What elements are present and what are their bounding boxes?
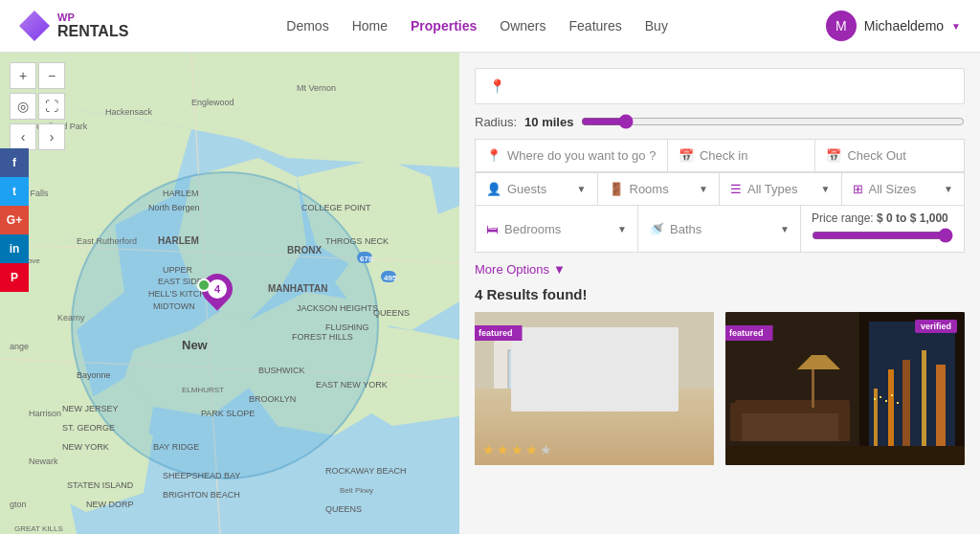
nav-features[interactable]: Features <box>569 18 622 33</box>
facebook-button[interactable]: f <box>0 148 29 177</box>
svg-text:ST. GEORGE: ST. GEORGE <box>62 423 115 433</box>
map-background: Woodland Park Hackensack Englewood Mt Ve… <box>0 53 459 534</box>
svg-text:BRONX: BRONX <box>287 245 322 256</box>
svg-rect-75 <box>922 350 926 446</box>
radius-label: Radius: <box>475 115 517 129</box>
svg-rect-58 <box>494 341 647 422</box>
svg-text:PARK SLOPE: PARK SLOPE <box>201 409 255 418</box>
featured-badge-1: featured <box>475 325 523 341</box>
zoom-out-button[interactable]: − <box>38 62 65 89</box>
svg-rect-85 <box>838 403 850 441</box>
svg-text:STATEN ISLAND: STATEN ISLAND <box>67 480 134 490</box>
linkedin-button[interactable]: in <box>0 234 29 263</box>
search-row-1: 📍 Where do you want to go ? 📅 Check in 📅… <box>476 140 964 172</box>
bedrooms-label: Bedrooms <box>504 222 612 236</box>
star-4: ★ <box>525 442 538 457</box>
svg-text:Hackensack: Hackensack <box>105 107 153 117</box>
main-content: Woodland Park Hackensack Englewood Mt Ve… <box>0 53 980 534</box>
svg-rect-81 <box>897 402 899 404</box>
nav-properties[interactable]: Properties <box>411 18 477 33</box>
price-range-slider[interactable] <box>812 228 953 243</box>
baths-field[interactable]: 🚿 Baths ▼ <box>638 206 801 252</box>
all-types-field[interactable]: ☰ All Types ▼ <box>720 173 842 205</box>
radius-value: 10 miles <box>524 115 573 129</box>
logo-wp: WP <box>57 11 128 23</box>
svg-rect-79 <box>885 400 887 402</box>
svg-text:BROOKLYN: BROOKLYN <box>249 394 296 404</box>
all-types-label: All Types <box>747 182 815 196</box>
svg-rect-66 <box>590 427 594 438</box>
baths-icon: 🚿 <box>649 222 664 236</box>
all-sizes-field[interactable]: ⊞ All Sizes ▼ <box>842 173 965 205</box>
svg-rect-59 <box>508 350 546 403</box>
user-name: Michaeldemo <box>864 18 944 33</box>
rooms-arrow-icon: ▼ <box>699 184 708 194</box>
svg-rect-83 <box>735 400 850 413</box>
svg-text:NEW JERSEY: NEW JERSEY <box>62 404 119 413</box>
svg-text:BRIGHTON BEACH: BRIGHTON BEACH <box>163 490 240 500</box>
location-pin-icon: 📍 <box>486 148 501 163</box>
svg-rect-61 <box>604 350 637 403</box>
more-options-chevron-icon: ▼ <box>553 262 566 277</box>
logo-diamond-icon <box>19 11 50 41</box>
more-options-label: More Options <box>475 262 549 277</box>
svg-rect-74 <box>902 360 910 446</box>
svg-rect-67 <box>637 352 666 373</box>
svg-rect-65 <box>556 427 561 438</box>
user-area[interactable]: M Michaeldemo ▼ <box>826 11 961 41</box>
next-button[interactable]: › <box>38 123 65 150</box>
right-panel: 📍 New York, NY, USA Radius: 10 miles 📍 W… <box>459 53 980 534</box>
svg-text:MANHATTAN: MANHATTAN <box>268 283 327 294</box>
svg-text:FOREST HILLS: FOREST HILLS <box>292 332 353 342</box>
location-icon-button[interactable]: ◎ <box>10 93 36 120</box>
bedrooms-field[interactable]: 🛏 Bedrooms ▼ <box>476 206 638 252</box>
nav-owners[interactable]: Owners <box>500 18 546 33</box>
rooms-label: Rooms <box>630 182 694 196</box>
header: WP RENTALS Demos Home Properties Owners … <box>0 0 980 53</box>
svg-text:gton: gton <box>10 500 27 509</box>
svg-text:COLLEGE POINT: COLLEGE POINT <box>301 203 371 212</box>
svg-text:QUEENS: QUEENS <box>373 308 410 318</box>
featured-badge-2: featured <box>725 325 773 341</box>
logo[interactable]: WP RENTALS <box>19 11 128 41</box>
svg-rect-80 <box>891 394 893 396</box>
radius-slider[interactable] <box>581 114 965 129</box>
twitter-button[interactable]: t <box>0 177 29 206</box>
location-input[interactable]: New York, NY, USA <box>513 78 950 94</box>
nav-home[interactable]: Home <box>352 18 388 33</box>
prev-button[interactable]: ‹ <box>10 123 36 150</box>
where-field[interactable]: 📍 Where do you want to go ? <box>476 140 668 171</box>
guests-arrow-icon: ▼ <box>577 184 587 194</box>
svg-rect-63 <box>513 393 609 403</box>
verified-badge-2: verified <box>915 320 957 333</box>
search-row-2: 👤 Guests ▼ 🚪 Rooms ▼ ☰ All Types ▼ ⊞ All… <box>476 172 964 205</box>
property-card-1[interactable]: featured ★ ★ ★ ★ ★ <box>475 312 714 465</box>
svg-text:North Bergen: North Bergen <box>148 203 200 212</box>
rooms-field[interactable]: 🚪 Rooms ▼ <box>598 173 721 205</box>
zoom-in-button[interactable]: + <box>10 62 36 89</box>
google-plus-button[interactable]: G+ <box>0 206 29 234</box>
nav-demos[interactable]: Demos <box>286 18 328 33</box>
pinterest-button[interactable]: P <box>0 263 29 292</box>
nav-buy[interactable]: Buy <box>645 18 668 33</box>
svg-text:ELMHURST: ELMHURST <box>182 386 224 394</box>
svg-text:ange: ange <box>10 342 29 351</box>
svg-rect-60 <box>556 350 594 403</box>
checkout-field[interactable]: 📅 Check Out <box>815 140 964 171</box>
svg-text:Englewood: Englewood <box>191 98 234 107</box>
main-nav: Demos Home Properties Owners Features Bu… <box>286 18 668 33</box>
svg-text:BAY RIDGE: BAY RIDGE <box>153 442 199 452</box>
guests-label: Guests <box>507 182 571 196</box>
results-count: 4 Results found! <box>475 286 965 302</box>
svg-text:THROGS NECK: THROGS NECK <box>325 236 389 246</box>
property-card-2[interactable]: featured verified <box>725 312 965 465</box>
svg-text:ROCKAWAY BEACH: ROCKAWAY BEACH <box>325 466 407 476</box>
location-search-bar: 📍 New York, NY, USA <box>475 68 965 104</box>
fullscreen-button[interactable]: ⛶ <box>38 93 65 120</box>
checkin-field[interactable]: 📅 Check in <box>668 140 816 171</box>
more-options-toggle[interactable]: More Options ▼ <box>475 262 965 277</box>
svg-text:NEW DORP: NEW DORP <box>86 500 134 509</box>
user-dropdown-arrow-icon[interactable]: ▼ <box>951 21 961 32</box>
baths-arrow-icon: ▼ <box>780 224 790 234</box>
guests-field[interactable]: 👤 Guests ▼ <box>476 173 598 205</box>
